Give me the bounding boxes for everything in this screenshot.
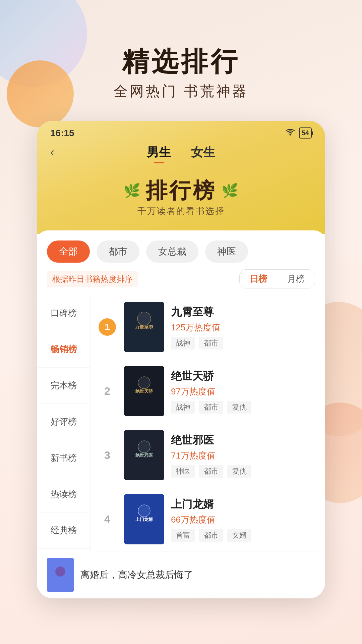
page-title-main: 精选排行	[0, 47, 362, 76]
rank-number-2: 2	[104, 385, 110, 397]
sidebar-item-redu[interactable]: 热读榜	[37, 476, 90, 513]
sidebar-item-xinshu[interactable]: 新书榜	[37, 440, 90, 476]
tag-fuchou-2: 复仇	[227, 401, 251, 414]
peek-cover	[47, 558, 74, 592]
svg-text:绝世天骄: 绝世天骄	[135, 389, 153, 394]
book-cover-3: 绝世邪医	[124, 430, 164, 480]
tag-nuxu-4: 女婿	[227, 529, 251, 542]
tab-female[interactable]: 女生	[191, 144, 215, 161]
tab-male[interactable]: 男生	[147, 144, 171, 161]
tag-fuchou-3: 复仇	[227, 465, 251, 478]
filter-shenyi[interactable]: 神医	[205, 240, 248, 263]
tag-zhanshen: 战神	[171, 337, 195, 350]
svg-point-6	[138, 377, 150, 389]
tag-shoufu-4: 首富	[171, 529, 195, 542]
book-tags-2: 战神 都市 复仇	[171, 401, 318, 414]
wifi-icon	[286, 128, 295, 138]
book-cover-1: 力量至尊	[124, 302, 164, 352]
back-button[interactable]: ‹	[50, 145, 54, 159]
sidebar-item-chanxiaobang[interactable]: 畅销榜	[37, 331, 90, 368]
tag-shenyi-3: 神医	[171, 465, 195, 478]
rank-number-4: 4	[104, 513, 110, 525]
tag-dushi-3: 都市	[199, 465, 223, 478]
sort-tab-day[interactable]: 日榜	[240, 270, 277, 288]
leaf-left-icon: 🌿	[124, 183, 140, 199]
status-icons: 54	[286, 127, 312, 139]
filter-dushi[interactable]: 都市	[97, 240, 139, 263]
banner-dash-right	[229, 211, 249, 211]
phone-bottom-section: 全部 都市 女总裁 神医 根据昨日书籍热度排序 日榜 月榜 口碑榜 畅销榜 完本…	[37, 230, 325, 598]
rank-number-1: 1	[99, 318, 116, 336]
book-cover-image-1: 力量至尊	[124, 302, 164, 352]
book-title-1: 九霄至尊	[171, 305, 318, 320]
tag-zhanshen-2: 战神	[171, 401, 195, 414]
status-time: 16:15	[50, 128, 74, 139]
filter-row: 全部 都市 女总裁 神医	[37, 230, 325, 263]
svg-point-3	[137, 312, 151, 325]
rank-badge-3: 3	[97, 449, 117, 462]
sort-tabs: 日榜 月榜	[239, 269, 315, 288]
banner-subtitle: 千万读者的看书选择	[137, 205, 225, 217]
nav-tabs: 男生 女生	[147, 144, 215, 161]
book-cover-image-3: 绝世邪医	[124, 430, 164, 480]
book-cover-2: 绝世天骄	[124, 366, 164, 416]
book-cover-image-2: 绝世天骄	[124, 366, 164, 416]
sidebar-item-haoping[interactable]: 好评榜	[37, 404, 90, 440]
book-tags-3: 神医 都市 复仇	[171, 465, 318, 478]
book-info-4: 上门龙婿 66万热度值 首富 都市 女婿	[171, 497, 318, 542]
book-info-2: 绝世天骄 97万热度值 战神 都市 复仇	[171, 369, 318, 414]
page-header: 精选排行 全网热门 书荒神器	[0, 0, 362, 121]
banner-main-text: 排行榜	[146, 176, 216, 205]
phone-top-section: 16:15 54 ‹ 男生	[37, 121, 325, 234]
svg-point-0	[289, 134, 291, 136]
book-list: 1 力量至尊 九霄至尊 125万热度值	[90, 295, 325, 551]
rank-number-3: 3	[104, 449, 110, 461]
book-tags-1: 战神 都市	[171, 337, 318, 350]
sidebar-item-wanben[interactable]: 完本榜	[37, 368, 90, 404]
banner-subtitle-line: 千万读者的看书选择	[50, 205, 312, 217]
tag-dushi-2: 都市	[199, 401, 223, 414]
tag-dushi: 都市	[199, 337, 223, 350]
status-bar: 16:15 54	[37, 121, 325, 142]
ranking-banner: 🌿 排行榜 🌿 千万读者的看书选择	[37, 166, 325, 220]
svg-point-14	[55, 567, 65, 577]
svg-point-9	[138, 441, 150, 453]
svg-point-12	[138, 505, 150, 517]
battery-indicator: 54	[299, 127, 312, 139]
sidebar-item-jingdian[interactable]: 经典榜	[37, 513, 90, 549]
rank-badge-4: 4	[97, 513, 117, 526]
ranking-banner-title: 🌿 排行榜 🌿	[50, 176, 312, 205]
book-item-4[interactable]: 4 上门龙婿 上门龙婿 66万热度值	[97, 487, 318, 551]
book-title-4: 上门龙婿	[171, 497, 318, 512]
banner-dash-left	[113, 211, 133, 211]
filter-nvzongcai[interactable]: 女总裁	[146, 240, 198, 263]
sort-row: 根据昨日书籍热度排序 日榜 月榜	[37, 263, 325, 295]
book-item-3[interactable]: 3 绝世邪医 绝世邪医 71万热度值	[97, 423, 318, 487]
peek-text: 离婚后，高冷女总裁后悔了	[80, 569, 193, 581]
tag-dushi-4: 都市	[199, 529, 223, 542]
book-tags-4: 首富 都市 女婿	[171, 529, 318, 542]
phone-nav: ‹ 男生 女生	[37, 142, 325, 166]
book-heat-4: 66万热度值	[171, 514, 318, 526]
book-heat-1: 125万热度值	[171, 322, 318, 333]
svg-text:绝世邪医: 绝世邪医	[135, 453, 153, 458]
book-cover-image-4: 上门龙婿	[124, 494, 164, 544]
content-area: 口碑榜 畅销榜 完本榜 好评榜 新书榜 热读榜 经典榜 1	[37, 295, 325, 551]
page-title-sub: 全网热门 书荒神器	[0, 82, 362, 101]
book-info-1: 九霄至尊 125万热度值 战神 都市	[171, 305, 318, 350]
book-heat-2: 97万热度值	[171, 386, 318, 397]
book-heat-3: 71万热度值	[171, 450, 318, 462]
sort-hint: 根据昨日书籍热度排序	[47, 271, 138, 287]
rank-badge-1: 1	[97, 318, 117, 336]
phone-mockup: 16:15 54 ‹ 男生	[37, 121, 325, 598]
book-title-3: 绝世邪医	[171, 433, 318, 448]
sidebar-item-koubeibang[interactable]: 口碑榜	[37, 295, 90, 331]
book-item-2[interactable]: 2 绝世天骄 绝世天骄 97万热度值	[97, 359, 318, 423]
svg-text:上门龙婿: 上门龙婿	[135, 517, 153, 522]
sort-tab-month[interactable]: 月榜	[277, 270, 315, 288]
book-item-1[interactable]: 1 力量至尊 九霄至尊 125万热度值	[97, 295, 318, 359]
leaf-right-icon: 🌿	[222, 183, 238, 199]
filter-all[interactable]: 全部	[47, 240, 90, 263]
peek-item[interactable]: 离婚后，高冷女总裁后悔了	[37, 551, 325, 598]
sidebar: 口碑榜 畅销榜 完本榜 好评榜 新书榜 热读榜 经典榜	[37, 295, 90, 551]
